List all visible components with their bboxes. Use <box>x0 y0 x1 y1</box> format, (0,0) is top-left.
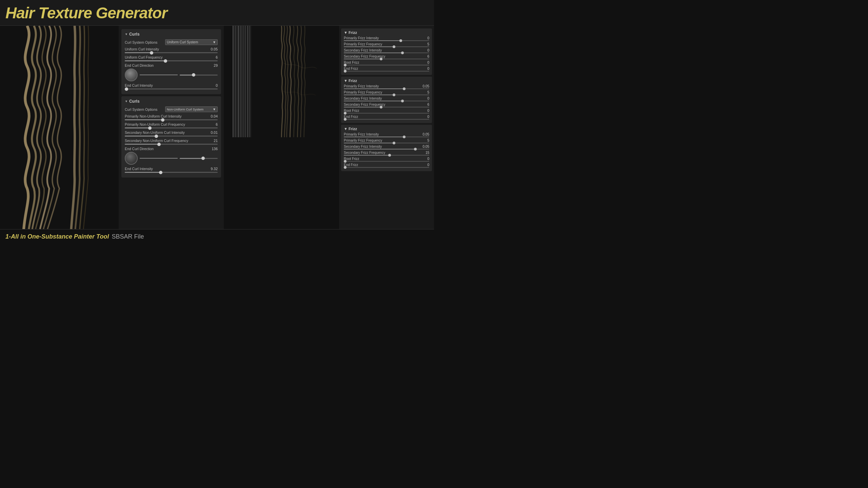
frizz-param-value: 0.05 <box>421 145 429 148</box>
end-curl-intensity-slider-2[interactable] <box>125 172 218 173</box>
frizz-param-slider[interactable] <box>344 137 429 137</box>
frizz-collapse-3[interactable]: ▼ <box>344 127 348 131</box>
frizz-panel-1: ▼ Frizz Primarily Frizz Intensity0Primar… <box>341 28 432 75</box>
left-preview <box>0 26 119 229</box>
end-curl-direction-row-2: End Curl Direction 136 <box>125 147 218 151</box>
footer: 1-All in One-Substance Painter Tool SBSA… <box>0 229 434 244</box>
frizz-param-slider[interactable] <box>344 167 429 168</box>
frizz-param-label: Secondary Frizz Intensity <box>344 145 382 148</box>
prim-nonuniform-freq-label: Primarily Non-Uniform Curl Frequency <box>125 122 208 126</box>
collapse-arrow-2[interactable]: ▼ <box>125 100 128 103</box>
uniform-curl-frequency-value: 6 <box>208 55 218 59</box>
frizz-param-slider[interactable] <box>344 95 429 95</box>
frizz-param-value: 0 <box>421 61 429 64</box>
frizz-param-row: Primarily Frizz Frequency5 <box>344 42 429 46</box>
uniform-curl-frequency-slider[interactable] <box>125 60 218 61</box>
frizz-param-value: 15 <box>421 151 429 155</box>
uniform-curl-intensity-value: 0.05 <box>208 47 218 51</box>
dropdown-arrow-2: ▼ <box>213 107 216 111</box>
sec-nonuniform-freq-slider[interactable] <box>125 144 218 145</box>
right-preview <box>224 26 339 229</box>
sec-nonuniform-intensity-row: Secondary Non-Uniform Curl Intensity 0.0… <box>125 130 218 135</box>
frizz-param-row: End Frizz0 <box>344 67 429 70</box>
uniform-curl-intensity-slider[interactable] <box>125 52 218 53</box>
frizz-param-value: 0 <box>421 115 429 119</box>
end-curl-direction-label-1: End Curl Direction <box>125 63 208 67</box>
frizz-param-row: Secondary Frizz Frequency6 <box>344 55 429 58</box>
frizz-param-slider[interactable] <box>344 119 429 120</box>
frizz-param-slider[interactable] <box>344 155 429 156</box>
prim-nonuniform-freq-slider[interactable] <box>125 127 218 128</box>
frizz-param-row: Primarily Frizz Frequency5 <box>344 139 429 142</box>
end-curl-direction-row-1: End Curl Direction 29 <box>125 63 218 67</box>
sec-nonuniform-intensity-slider[interactable] <box>125 136 218 137</box>
frizz-param-slider[interactable] <box>344 107 429 107</box>
end-curl-direction-value-2: 136 <box>208 147 218 151</box>
frizz-param-value: 0 <box>421 109 429 113</box>
right-hair-svg <box>224 26 339 229</box>
frizz-param-slider[interactable] <box>344 161 429 162</box>
frizz-param-label: Primarily Frizz Intensity <box>344 36 379 40</box>
footer-sub: SBSAR File <box>112 233 144 240</box>
end-curl-direction-value-1: 29 <box>208 63 218 67</box>
frizz-param-label: Secondary Frizz Intensity <box>344 48 382 52</box>
frizz-param-value: 5 <box>421 139 429 142</box>
frizz-param-slider[interactable] <box>344 40 429 41</box>
frizz-param-label: Secondary Frizz Frequency <box>344 151 385 155</box>
frizz-param-row: Secondary Frizz Intensity0.05 <box>344 145 429 148</box>
frizz-param-slider[interactable] <box>344 143 429 143</box>
sec-nonuniform-freq-value: 21 <box>208 139 218 143</box>
curl-system-select-row-2: Curl System Options Non-Uniform Curl Sys… <box>125 106 218 112</box>
curl-system-value-2: Non-Uniform Curl System <box>167 107 203 111</box>
prim-nonuniform-freq-value: 6 <box>208 122 218 126</box>
frizz-param-slider[interactable] <box>344 53 429 53</box>
end-curl-dial-2[interactable] <box>125 152 138 165</box>
frizz-param-value: 0 <box>421 67 429 70</box>
curl-system-dropdown-2[interactable]: Non-Uniform Curl System ▼ <box>165 106 218 112</box>
frizz-param-row: Root Frizz0 <box>344 157 429 161</box>
frizz-collapse-1[interactable]: ▼ <box>344 30 348 35</box>
frizz-collapse-2[interactable]: ▼ <box>344 79 348 83</box>
frizz-param-slider[interactable] <box>344 65 429 65</box>
frizz-controls: ▼ Frizz Primarily Frizz Intensity0Primar… <box>339 26 434 229</box>
frizz-param-slider[interactable] <box>344 59 429 59</box>
footer-brand: 1-All in One-Substance Painter Tool <box>5 233 109 240</box>
frizz-param-value: 0 <box>421 157 429 161</box>
curl-system-label-1: Curl System Options <box>125 40 157 44</box>
end-curl-intensity-row-2: End Curl Intensity 9.32 <box>125 167 218 171</box>
frizz-param-slider[interactable] <box>344 101 429 101</box>
frizz-param-value: 0 <box>421 163 429 167</box>
frizz-panel-2-title: ▼ Frizz <box>344 79 429 83</box>
frizz-param-value: 6 <box>421 55 429 58</box>
end-curl-intensity-slider-1[interactable] <box>125 88 218 89</box>
frizz-param-slider[interactable] <box>344 149 429 149</box>
frizz-param-label: Secondary Frizz Frequency <box>344 55 385 58</box>
curls-panel-2: ▼ Curls Curl System Options Non-Uniform … <box>121 96 221 178</box>
frizz-param-slider[interactable] <box>344 88 429 89</box>
frizz-param-row: Secondary Frizz Intensity0 <box>344 48 429 52</box>
end-curl-intensity-label-1: End Curl Intensity <box>125 83 208 87</box>
prim-nonuniform-intensity-slider[interactable] <box>125 119 218 120</box>
frizz-param-label: Primarily Frizz Intensity <box>344 84 379 88</box>
collapse-arrow-1[interactable]: ▼ <box>125 33 128 36</box>
frizz-param-row: Secondary Frizz Frequency6 <box>344 103 429 106</box>
end-curl-dial-1[interactable] <box>125 68 138 81</box>
frizz-panel-3: ▼ Frizz Primarily Frizz Intensity0.05Pri… <box>341 125 432 171</box>
frizz-param-row: Root Frizz0 <box>344 61 429 64</box>
frizz-param-label: Secondary Frizz Frequency <box>344 103 385 106</box>
frizz-param-value: 0.05 <box>421 84 429 88</box>
frizz-param-row: End Frizz0 <box>344 115 429 119</box>
frizz-param-row: Primarily Frizz Intensity0.05 <box>344 133 429 136</box>
curl-system-dropdown-1[interactable]: Uniform Curl System ▼ <box>165 39 218 45</box>
dial-row-1 <box>125 68 218 81</box>
curl-system-label-2: Curl System Options <box>125 107 157 111</box>
frizz-param-row: Primarily Frizz Intensity0 <box>344 36 429 40</box>
frizz-param-slider[interactable] <box>344 46 429 47</box>
left-hair-svg <box>0 26 119 229</box>
frizz-param-slider[interactable] <box>344 71 429 72</box>
frizz-panel-2: ▼ Frizz Primarily Frizz Intensity0.05Pri… <box>341 77 432 123</box>
curl-system-select-row-1: Curl System Options Uniform Curl System … <box>125 39 218 45</box>
frizz-param-label: Primarily Frizz Frequency <box>344 90 382 94</box>
curls-panel-1: ▼ Curls Curl System Options Uniform Curl… <box>121 29 221 94</box>
frizz-param-slider[interactable] <box>344 113 429 114</box>
